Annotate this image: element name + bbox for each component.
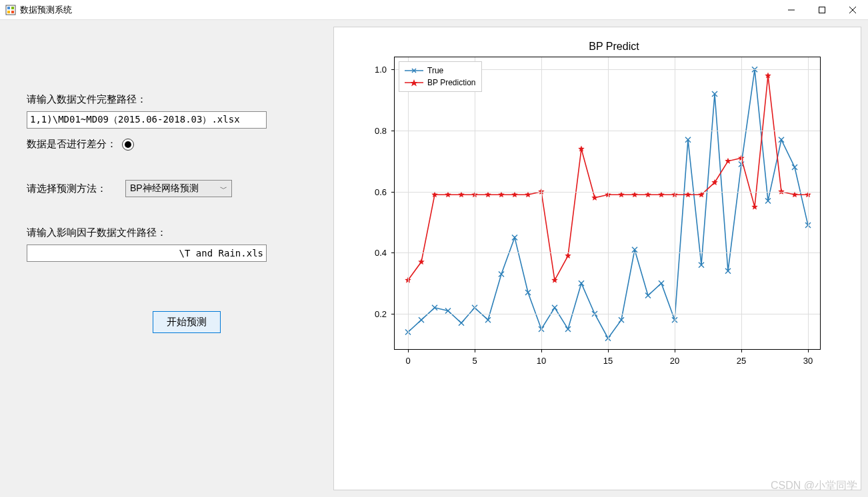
titlebar-left: 数据预测系统: [0, 4, 72, 16]
method-group: 请选择预测方法： BP神经网络预测 ﹀: [27, 180, 307, 197]
legend-label-bp: BP Prediction: [427, 78, 476, 87]
content-area: 请输入数据文件完整路径： 数据是否进行差分： 请选择预测方法： BP神经网络预测…: [0, 20, 868, 497]
diff-radio[interactable]: [122, 139, 134, 151]
svg-rect-3: [7, 11, 10, 13]
x-tick-label: 20: [670, 349, 679, 366]
factor-path-group: 请输入影响因子数据文件路径：: [27, 227, 307, 262]
legend-row-bp: BP Prediction: [405, 77, 476, 89]
app-icon: [5, 5, 16, 15]
x-tick-label: 30: [803, 349, 813, 366]
x-tick-label: 15: [603, 349, 613, 366]
svg-rect-1: [7, 7, 10, 9]
legend-row-true: True: [405, 65, 476, 77]
maximize-button[interactable]: [807, 0, 837, 20]
data-path-group: 请输入数据文件完整路径：: [27, 93, 307, 129]
diff-group: 数据是否进行差分：: [27, 138, 307, 151]
window-title: 数据预测系统: [20, 4, 72, 16]
left-panel: 请输入数据文件完整路径： 数据是否进行差分： 请选择预测方法： BP神经网络预测…: [7, 27, 327, 490]
y-tick-label: 0.2: [375, 309, 395, 319]
svg-rect-2: [11, 7, 14, 9]
factor-path-input[interactable]: [27, 245, 267, 262]
svg-marker-13: [411, 79, 418, 87]
close-button[interactable]: [837, 0, 868, 20]
data-path-input[interactable]: [27, 111, 267, 129]
method-select[interactable]: BP神经网络预测 ﹀: [125, 180, 232, 197]
x-tick-label: 5: [472, 349, 477, 366]
chevron-down-icon: ﹀: [220, 184, 227, 194]
method-select-value: BP神经网络预测: [130, 183, 199, 195]
y-tick-label: 1.0: [375, 65, 395, 75]
svg-rect-6: [819, 7, 825, 13]
svg-marker-102: [751, 204, 758, 210]
x-tick-label: 25: [737, 349, 746, 366]
y-tick-label: 0.4: [375, 248, 395, 258]
factor-path-label: 请输入影响因子数据文件路径：: [27, 227, 307, 239]
chart-title: BP Predict: [387, 41, 841, 53]
plot-area: True BP Prediction 0.20.40.60.81.0051015…: [394, 57, 821, 350]
x-tick-label: 0: [405, 349, 410, 366]
svg-marker-90: [591, 195, 598, 201]
chart-container: BP Predict True BP: [347, 41, 841, 414]
svg-marker-87: [551, 277, 558, 283]
y-tick-label: 0.8: [375, 126, 395, 136]
method-label: 请选择预测方法：: [27, 183, 107, 195]
data-path-label: 请输入数据文件完整路径：: [27, 93, 307, 106]
titlebar: 数据预测系统: [0, 0, 868, 20]
watermark: CSDN @小堂同学: [771, 479, 857, 493]
legend-marker-true: [405, 66, 423, 75]
chart-panel: BP Predict True BP: [333, 27, 861, 490]
app-window: 数据预测系统 请输入数据文件完整路径： 数据是否进行差分：: [0, 0, 868, 497]
predict-button[interactable]: 开始预测: [153, 311, 221, 333]
svg-marker-77: [418, 258, 425, 264]
window-controls: [776, 0, 868, 19]
minimize-button[interactable]: [776, 0, 807, 20]
svg-marker-100: [725, 158, 731, 164]
plot-svg: [395, 57, 820, 349]
chart-legend: True BP Prediction: [399, 61, 482, 92]
legend-label-true: True: [427, 66, 443, 75]
legend-marker-bp: [405, 78, 423, 87]
y-tick-label: 0.6: [375, 187, 395, 197]
radio-dot-icon: [125, 141, 131, 148]
svg-rect-4: [11, 11, 14, 13]
diff-label: 数据是否进行差分：: [27, 138, 117, 151]
x-tick-label: 10: [537, 349, 546, 366]
